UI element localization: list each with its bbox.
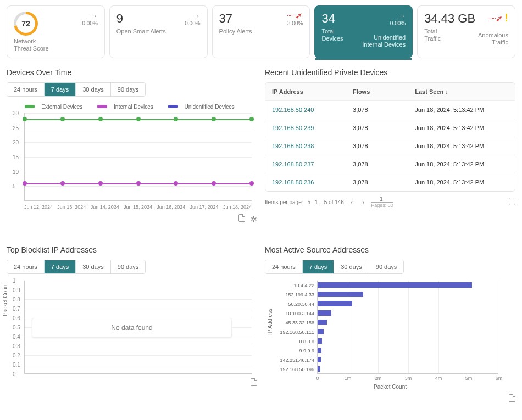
pager-next-icon[interactable]: › xyxy=(360,198,367,206)
timerange-segmented: 24 hours7 days30 days90 days xyxy=(7,260,146,274)
devices-table: IP Address Flows Last Seen ↓ 192.168.50.… xyxy=(265,82,515,192)
hbar-label: 50.20.30.44 xyxy=(288,301,318,307)
timerange-24-hours[interactable]: 24 hours xyxy=(265,260,303,273)
card-threat-score[interactable]: 72 Network Threat Score →0.00% xyxy=(7,5,105,58)
hbar[interactable] xyxy=(318,329,324,334)
legend-item: Unidentified Devices xyxy=(185,104,235,110)
chart-x-labels: Jun 12, 2024Jun 13, 2024Jun 14, 2024Jun … xyxy=(24,204,252,210)
total-traffic-label: Total Traffic xyxy=(424,28,475,42)
legend-swatch-icon xyxy=(168,105,178,108)
chart-grid: 51015202530 xyxy=(24,113,252,201)
timerange-7-days[interactable]: 7 days xyxy=(45,83,76,96)
export-icon[interactable] xyxy=(509,395,515,404)
timerange-30-days[interactable]: 30 days xyxy=(76,83,111,96)
ip-link[interactable]: 192.168.50.240 xyxy=(272,107,353,113)
y-axis-label: IP Address xyxy=(267,309,273,335)
export-icon[interactable] xyxy=(509,198,515,206)
panel-title: Most Active Source Addresses xyxy=(265,245,515,254)
ip-link[interactable]: 192.168.50.239 xyxy=(272,125,353,131)
legend-swatch-icon xyxy=(25,105,35,108)
hbar[interactable] xyxy=(318,338,322,344)
total-traffic-sub: Anomalous Traffic xyxy=(478,32,508,46)
pager-page-input[interactable]: 1 xyxy=(371,196,393,203)
col-ip[interactable]: IP Address xyxy=(272,88,353,95)
total-devices-sub: Unidentified Internal Devices xyxy=(362,34,406,48)
panel-title: Top Blocklist IP Addresses xyxy=(7,245,257,254)
policy-alerts-value: 37 xyxy=(219,12,252,26)
hbar-label: 9.9.9.9 xyxy=(299,348,318,354)
table-header: IP Address Flows Last Seen ↓ xyxy=(265,83,515,100)
card-policy-alerts[interactable]: 37 Policy Alerts 〰➚3.00% xyxy=(212,5,310,58)
threat-score-pct: 0.00% xyxy=(82,20,97,26)
hbar[interactable] xyxy=(318,301,352,306)
sort-desc-icon: ↓ xyxy=(445,88,448,95)
x-axis-label: Packet Count xyxy=(265,384,515,390)
ip-link[interactable]: 192.168.50.238 xyxy=(272,143,353,149)
lastseen-cell: Jun 18, 2024, 5:13:42 PM xyxy=(415,143,508,149)
dashboard: 72 Network Threat Score →0.00% 9 Open Sm… xyxy=(0,0,522,409)
trend-up-icon: 〰➚ xyxy=(488,14,503,23)
total-devices-value: 34 xyxy=(321,12,343,26)
total-devices-pct: 0.00% xyxy=(362,20,406,26)
timerange-7-days[interactable]: 7 days xyxy=(303,260,334,273)
lastseen-cell: Jun 18, 2024, 5:13:42 PM xyxy=(415,125,508,131)
panel-title: Devices Over Time xyxy=(7,68,257,77)
panel-title: Recent Unidentified Private Devices xyxy=(265,68,515,77)
flows-cell: 3,078 xyxy=(353,179,415,186)
timerange-90-days[interactable]: 90 days xyxy=(111,260,146,273)
hbar[interactable] xyxy=(318,357,321,362)
export-icon[interactable] xyxy=(238,215,245,223)
chart-legend: External Devices Internal Devices Uniden… xyxy=(12,103,252,110)
hbar-label: 8.8.8.8 xyxy=(299,339,318,344)
card-open-alerts[interactable]: 9 Open Smart Alerts →0.00% xyxy=(109,5,208,58)
ip-link[interactable]: 192.168.50.237 xyxy=(272,161,353,167)
timerange-30-days[interactable]: 30 days xyxy=(334,260,369,273)
export-icon[interactable] xyxy=(251,379,257,388)
timerange-90-days[interactable]: 90 days xyxy=(111,83,146,96)
timerange-7-days[interactable]: 7 days xyxy=(45,260,76,273)
no-data-message: No data found xyxy=(32,318,232,338)
bar-chart-empty: Packet Count 00.10.20.30.40.50.60.70.80.… xyxy=(7,281,257,374)
col-lastseen[interactable]: Last Seen ↓ xyxy=(415,88,508,95)
line-chart: External Devices Internal Devices Uniden… xyxy=(7,103,257,210)
hbar-label: 192.168.50.196 xyxy=(280,367,318,372)
hbar[interactable] xyxy=(318,320,327,325)
card-total-traffic[interactable]: 34.43 GB Total Traffic 〰➚! Anomalous Tra… xyxy=(417,5,515,58)
pager-pages-label: Pages: 30 xyxy=(371,203,393,208)
legend-item: External Devices xyxy=(41,104,82,110)
timerange-90-days[interactable]: 90 days xyxy=(369,260,404,273)
hbar-label: 45.33.32.156 xyxy=(285,320,318,326)
hbar[interactable] xyxy=(318,366,320,372)
hbar[interactable] xyxy=(318,292,363,297)
pager-range: 1 – 5 of 146 xyxy=(315,199,344,205)
table-row: 192.168.50.2363,078Jun 18, 2024, 5:13:42… xyxy=(265,173,515,191)
lastseen-cell: Jun 18, 2024, 5:13:42 PM xyxy=(415,161,508,167)
ip-link[interactable]: 192.168.50.236 xyxy=(272,179,353,186)
panel-blocklist: Top Blocklist IP Addresses 24 hours7 day… xyxy=(7,245,257,404)
hbar[interactable] xyxy=(318,348,321,353)
flows-cell: 3,078 xyxy=(353,143,415,149)
open-alerts-value: 9 xyxy=(116,12,166,26)
table-row: 192.168.50.2393,078Jun 18, 2024, 5:13:42… xyxy=(265,119,515,137)
hbar-label: 10.100.3.144 xyxy=(285,311,318,316)
hbar[interactable] xyxy=(318,282,472,288)
pager-prev-icon[interactable]: ‹ xyxy=(348,198,356,206)
hbar[interactable] xyxy=(318,310,331,316)
settings-icon[interactable]: ✲ xyxy=(251,215,257,223)
timerange-24-hours[interactable]: 24 hours xyxy=(7,83,45,96)
trend-flat-icon: → xyxy=(362,12,406,20)
table-row: 192.168.50.2383,078Jun 18, 2024, 5:13:42… xyxy=(265,137,515,155)
lastseen-cell: Jun 18, 2024, 5:13:42 PM xyxy=(415,107,508,113)
timerange-24-hours[interactable]: 24 hours xyxy=(7,260,45,273)
table-pager: Items per page: 5 1 – 5 of 146 ‹ › 1 Pag… xyxy=(265,196,515,208)
table-row: 192.168.50.2403,078Jun 18, 2024, 5:13:42… xyxy=(265,100,515,119)
pager-ipp-select[interactable]: 5 xyxy=(307,199,310,205)
threat-score-value: 72 xyxy=(16,14,35,33)
timerange-30-days[interactable]: 30 days xyxy=(76,260,111,273)
warning-icon: ! xyxy=(504,12,508,24)
card-total-devices[interactable]: 34 Total Devices →0.00% Unidentified Int… xyxy=(314,5,413,58)
trend-flat-icon: → xyxy=(185,12,200,20)
col-flows[interactable]: Flows xyxy=(353,88,415,95)
policy-alerts-label: Policy Alerts xyxy=(219,28,252,35)
total-traffic-value: 34.43 GB xyxy=(424,12,475,26)
